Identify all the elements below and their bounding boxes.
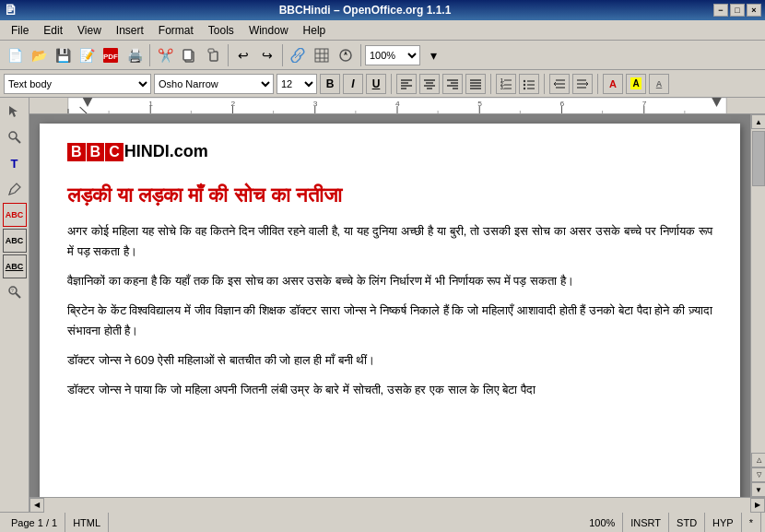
new-button[interactable]: 📄 [4, 44, 26, 66]
svg-text:1: 1 [148, 100, 153, 108]
bbc-box-b: B [67, 143, 86, 161]
bbc-box-c: C [105, 143, 124, 161]
scroll-track[interactable] [751, 129, 765, 453]
tool-sidebar: T ABC ABC ABC ? [0, 98, 29, 512]
status-type: HTML [65, 513, 109, 532]
status-std: STD [669, 513, 705, 532]
statusbar: Page 1 / 1 HTML 100% INSRT STD HYP * [0, 512, 765, 532]
bbc-box-b2: B [87, 143, 105, 161]
menu-file[interactable]: File [4, 22, 36, 39]
article-para5: डॉक्टर जोन्स ने पाया कि जो महिला अपनी जि… [67, 380, 712, 400]
char-format-button[interactable]: A [649, 74, 669, 94]
zoom-tool[interactable] [3, 125, 27, 149]
status-extra: * [742, 513, 761, 532]
text-tool[interactable]: T [3, 151, 27, 175]
app-icon: 🖹 [0, 3, 17, 18]
menu-format[interactable]: Format [151, 22, 201, 39]
svg-point-37 [524, 83, 525, 85]
undo-button[interactable]: ↩ [232, 44, 254, 66]
article-heading: लड़की या लड़का माँ की सोच का नतीजा [67, 182, 712, 210]
vertical-scrollbar[interactable]: ▲ △ ▽ ▼ [750, 114, 765, 497]
italic-button[interactable]: I [343, 74, 363, 94]
abc-red-tool[interactable]: ABC [3, 203, 27, 227]
copy-button[interactable] [178, 44, 200, 66]
svg-rect-5 [208, 49, 214, 53]
bold-button[interactable]: B [320, 74, 340, 94]
zoom-select[interactable]: 100% 50% 75% 150% 200% [365, 45, 420, 65]
navigator-button[interactable] [335, 44, 357, 66]
svg-text:?: ? [11, 288, 14, 293]
menu-tools[interactable]: Tools [201, 22, 241, 39]
scroll-left-button[interactable]: ◀ [29, 498, 44, 513]
scroll-page-up[interactable]: △ [751, 453, 765, 467]
status-insrt: INSRT [623, 513, 669, 532]
style-select[interactable]: Text body [4, 74, 151, 94]
table-button[interactable] [311, 44, 333, 66]
menu-view[interactable]: View [70, 22, 109, 39]
pdf-button[interactable]: PDF [100, 44, 122, 66]
svg-text:3: 3 [313, 100, 318, 108]
num-list-button[interactable]: 1.2.3. [496, 74, 516, 94]
scroll-thumb[interactable] [752, 131, 765, 186]
close-button[interactable]: × [747, 4, 761, 17]
maximize-button[interactable]: □ [730, 4, 745, 17]
align-right-button[interactable] [442, 74, 463, 94]
document-area[interactable]: B B C HINDI.com लड़की या लड़का माँ की सो… [29, 114, 750, 497]
underline-button[interactable]: U [366, 74, 386, 94]
svg-text:7: 7 [642, 100, 647, 108]
font-color-button[interactable]: A [603, 74, 623, 94]
article-para1: अगर कोई महिला यह सोचे कि वह कितने दिन जी… [67, 221, 712, 262]
justify-button[interactable] [465, 74, 486, 94]
increase-indent-button[interactable] [572, 74, 593, 94]
title-text: BBCHindi – OpenOffice.org 1.1.1 [17, 4, 713, 17]
zoom-dropdown[interactable]: ▾ [422, 44, 444, 66]
status-page: Page 1 / 1 [4, 513, 65, 532]
svg-point-35 [524, 79, 525, 81]
edit-button[interactable]: 📝 [76, 44, 98, 66]
menu-help[interactable]: Help [296, 22, 334, 39]
toolbar-sep2 [228, 44, 229, 66]
draw-tool[interactable] [3, 177, 27, 201]
cut-button[interactable]: ✂️ [154, 44, 176, 66]
save-button[interactable]: 💾 [52, 44, 74, 66]
redo-button[interactable]: ↪ [256, 44, 278, 66]
align-left-button[interactable] [396, 74, 417, 94]
scroll-up-button[interactable]: ▲ [751, 114, 765, 129]
horizontal-scrollbar[interactable]: ◀ ▶ [29, 497, 765, 512]
scroll-right-button[interactable]: ▶ [750, 498, 765, 513]
svg-line-51 [16, 293, 20, 298]
status-zoom: 100% [582, 513, 623, 532]
svg-text:2: 2 [230, 100, 235, 108]
svg-rect-7 [315, 49, 328, 62]
menu-insert[interactable]: Insert [109, 22, 151, 39]
font-select[interactable]: Osho Narrow [154, 74, 274, 94]
fmt-sep2 [490, 74, 491, 94]
bullet-list-button[interactable] [519, 74, 539, 94]
menu-edit[interactable]: Edit [36, 22, 70, 39]
menubar: File Edit View Insert Format Tools Windo… [0, 20, 765, 41]
scroll-page-down[interactable]: ▽ [751, 467, 765, 482]
h-scroll-track[interactable] [44, 498, 750, 513]
align-center-button[interactable] [419, 74, 440, 94]
select-tool[interactable] [3, 100, 27, 124]
svg-point-47 [9, 132, 17, 139]
svg-text:3.: 3. [500, 85, 505, 90]
abc-underline-tool[interactable]: ABC [3, 254, 27, 278]
titlebar: 🖹 BBCHindi – OpenOffice.org 1.1.1 − □ × [0, 0, 765, 20]
paste-button[interactable] [202, 44, 224, 66]
minimize-button[interactable]: − [713, 4, 728, 17]
svg-rect-3 [183, 50, 192, 60]
decrease-indent-button[interactable] [549, 74, 570, 94]
article-para3: ब्रिटेन के केंट विश्वविद्यालय में जीव वि… [67, 301, 712, 341]
open-button[interactable]: 📂 [28, 44, 50, 66]
article-para2: वैज्ञानिकों का कहना है कि यहाँ तक कि इस … [67, 271, 712, 291]
menu-window[interactable]: Window [241, 22, 296, 39]
hyperlink-button[interactable] [287, 44, 309, 66]
size-select[interactable]: 12 891011 14161824 [277, 74, 317, 94]
svg-point-39 [524, 87, 525, 89]
print-button[interactable]: 🖨️ [124, 44, 146, 66]
highlight-button[interactable]: A [626, 74, 646, 94]
find-tool[interactable]: ? [3, 280, 27, 304]
abc-tool[interactable]: ABC [3, 229, 27, 253]
scroll-down-button[interactable]: ▼ [751, 482, 765, 497]
